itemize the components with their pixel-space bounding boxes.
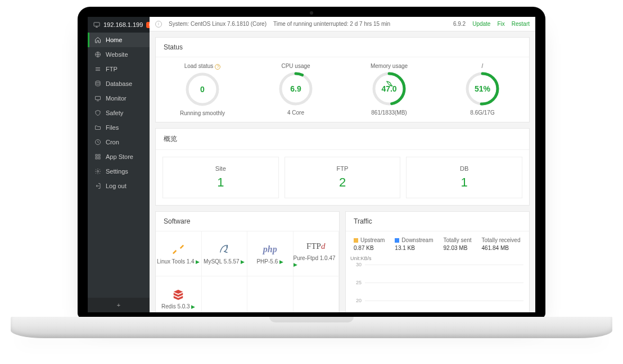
overview-card-site[interactable]: Site1	[162, 157, 279, 198]
sidebar-item-label: Settings	[106, 168, 128, 175]
sidebar-item-home[interactable]: Home	[88, 33, 150, 47]
svg-rect-8	[98, 157, 100, 159]
legend-label: Upstream	[354, 237, 385, 243]
version-text: 6.9.2	[453, 21, 466, 27]
play-icon: ▶	[294, 262, 297, 267]
play-icon: ▶	[196, 259, 200, 265]
overview-card-label: Site	[215, 165, 226, 172]
software-panel: Software Linux Tools 1.4 ▶MySQL 5.5.57 ▶…	[155, 211, 340, 313]
sidebar-item-ftp[interactable]: FTP	[88, 62, 150, 76]
mysql-icon	[217, 243, 232, 256]
gauge[interactable]: Memory usage47.0861/1833(MB)	[342, 57, 436, 122]
gauge[interactable]: Load status?0Running smoothly	[156, 57, 249, 122]
sidebar-item-label: Database	[106, 80, 132, 87]
gauge-title: CPU usage	[281, 63, 310, 69]
gauge-value: 47.0	[372, 71, 407, 106]
gauge-title: /	[482, 63, 484, 69]
svg-point-2	[96, 81, 100, 83]
traffic-legend-item: Totally received461.84 MB	[482, 237, 521, 251]
gauge-value: 51%	[465, 71, 500, 106]
gauge-value: 0	[185, 72, 220, 107]
sidebar-item-app-store[interactable]: App Store	[88, 149, 150, 164]
status-title: Status	[156, 38, 529, 57]
gauge-title: Memory usage	[371, 63, 408, 69]
ftp-icon	[94, 66, 101, 72]
software-name: Redis 5.0.3 ▶	[161, 303, 195, 310]
sidebar-item-label: Log out	[106, 183, 127, 189]
svg-rect-7	[96, 157, 97, 159]
topbar-uptime-value: 2 d 7 hrs 15 min	[350, 21, 390, 27]
fix-link[interactable]: Fix	[497, 21, 504, 27]
legend-value: 0.87 KB	[354, 245, 385, 251]
sidebar-header: 192.168.1.199 0	[88, 17, 150, 33]
software-item[interactable]: Linux Tools 1.4 ▶	[156, 231, 202, 276]
gauge[interactable]: CPU usage6.94 Core	[249, 57, 342, 122]
sidebar-item-cron[interactable]: Cron	[88, 135, 150, 149]
play-icon: ▶	[191, 304, 195, 310]
legend-label: Totally received	[482, 237, 521, 243]
overview-card-value: 1	[461, 175, 468, 190]
overview-card-ftp[interactable]: FTP2	[285, 157, 401, 198]
legend-swatch	[354, 238, 358, 243]
software-title: Software	[156, 212, 339, 231]
clock-icon	[94, 139, 101, 145]
screen: 192.168.1.199 0 HomeWebsiteFTPDatabaseMo…	[88, 17, 535, 312]
overview-card-value: 1	[217, 175, 224, 190]
exit-icon	[94, 183, 101, 189]
bottom-row: Software Linux Tools 1.4 ▶MySQL 5.5.57 ▶…	[155, 211, 530, 313]
sidebar-add-button[interactable]: +	[88, 298, 150, 312]
folder-icon	[94, 124, 101, 131]
svg-rect-0	[94, 22, 100, 26]
software-item[interactable]: MySQL 5.5.57 ▶	[202, 231, 248, 276]
tools-icon	[172, 243, 184, 256]
gauge-subtext: 861/1833(MB)	[371, 110, 407, 116]
gear-icon	[94, 168, 101, 175]
gauge[interactable]: /51%8.6G/17G	[436, 57, 529, 122]
software-name: PHP-5.6 ▶	[256, 258, 283, 265]
software-empty	[202, 276, 248, 313]
sidebar-item-settings[interactable]: Settings	[88, 164, 150, 179]
sidebar-item-safety[interactable]: Safety	[88, 106, 150, 120]
laptop-frame: 192.168.1.199 0 HomeWebsiteFTPDatabaseMo…	[78, 7, 545, 318]
sidebar-item-log-out[interactable]: Log out	[88, 179, 150, 193]
sidebar-item-label: App Store	[106, 153, 133, 160]
legend-value: 13.1 KB	[395, 245, 433, 251]
help-icon[interactable]: ?	[215, 64, 220, 70]
restart-link[interactable]: Restart	[512, 21, 530, 27]
chart-unit: Unit:KB/s	[350, 256, 372, 261]
software-item[interactable]: FTPdPure-Ftpd 1.0.47 ▶	[294, 231, 340, 276]
svg-rect-5	[96, 154, 97, 156]
software-grid: Linux Tools 1.4 ▶MySQL 5.5.57 ▶phpPHP-5.…	[156, 231, 339, 313]
topbar-system-value: CentOS Linux 7.6.1810 (Core)	[191, 21, 267, 27]
sidebar: 192.168.1.199 0 HomeWebsiteFTPDatabaseMo…	[88, 17, 150, 312]
software-item[interactable]: Redis 5.0.3 ▶	[156, 276, 202, 313]
shield-icon	[94, 110, 101, 116]
info-icon: i	[155, 21, 162, 28]
svg-rect-3	[96, 97, 101, 100]
chart-gridline	[365, 283, 523, 283]
chart-ytick: 30	[350, 262, 362, 267]
sidebar-item-label: Safety	[106, 110, 123, 116]
main: i System: CentOS Linux 7.6.1810 (Core) T…	[150, 17, 535, 312]
overview-card-label: FTP	[337, 165, 349, 172]
sidebar-item-website[interactable]: Website	[88, 47, 150, 62]
gauge-ring: 6.9	[278, 71, 313, 106]
topbar-uptime-label: Time of running uninterrupted:	[273, 21, 349, 27]
sidebar-item-label: Files	[106, 124, 119, 131]
sidebar-item-database[interactable]: Database	[88, 76, 150, 91]
gauge-subtext: 4 Core	[287, 110, 304, 116]
redis-icon	[172, 288, 184, 301]
software-item[interactable]: phpPHP-5.6 ▶	[247, 231, 294, 276]
overview-card-db[interactable]: DB1	[406, 157, 522, 198]
gauge-value: 6.9	[278, 71, 313, 106]
chart-ytick: 25	[350, 280, 362, 285]
software-empty	[247, 276, 294, 313]
sidebar-item-monitor[interactable]: Monitor	[88, 91, 150, 106]
sidebar-item-files[interactable]: Files	[88, 120, 150, 135]
gauge-ring: 51%	[465, 71, 500, 106]
legend-value: 92.03 MB	[444, 245, 472, 251]
sidebar-item-label: Website	[106, 51, 128, 58]
monitor-icon	[93, 21, 100, 28]
overview-cards: Site1FTP2DB1	[156, 149, 529, 205]
update-link[interactable]: Update	[472, 21, 490, 27]
